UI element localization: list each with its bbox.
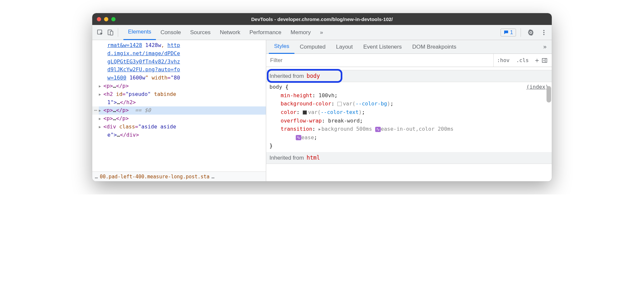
dom-tree[interactable]: rmat&w=1428 1428w, http d.imgix.net/imag… bbox=[92, 40, 266, 171]
dom-node-div-cont[interactable]: e">…</div> bbox=[92, 131, 266, 139]
svg-rect-2 bbox=[110, 31, 113, 35]
toolbar-divider bbox=[118, 28, 118, 37]
cls-toggle[interactable]: .cls bbox=[513, 57, 532, 63]
toolbar-right: 1 bbox=[501, 27, 549, 38]
dom-node-h2[interactable]: ▶ <h2 id="pseudo" tabinde bbox=[92, 90, 266, 99]
color-swatch-icon[interactable] bbox=[303, 110, 307, 115]
dom-text-line[interactable]: rmat&w=1428 1428w, http bbox=[92, 41, 266, 50]
breadcrumb[interactable]: … 00.pad-left-400.measure-long.post.sta … bbox=[92, 171, 266, 181]
issues-badge[interactable]: 1 bbox=[501, 29, 516, 36]
tab-computed[interactable]: Computed bbox=[294, 40, 331, 54]
dom-node-p[interactable]: ▶ <p>…</p> bbox=[92, 82, 266, 90]
css-property-cont[interactable]: ∿ease; bbox=[269, 133, 548, 142]
toolbar-divider bbox=[521, 28, 521, 37]
panel-tabs: Elements Console Sources Network Perform… bbox=[123, 25, 501, 40]
source-link[interactable]: (index) bbox=[526, 83, 548, 91]
filter-input[interactable] bbox=[266, 54, 494, 67]
inherited-from-row[interactable]: Inherited from html bbox=[266, 152, 552, 164]
chat-icon bbox=[504, 30, 509, 35]
close-window-button[interactable] bbox=[97, 17, 101, 21]
settings-gear-icon[interactable] bbox=[526, 27, 536, 38]
tab-styles[interactable]: Styles bbox=[269, 40, 294, 54]
svg-point-4 bbox=[543, 32, 545, 33]
svg-point-5 bbox=[543, 34, 545, 35]
issues-count: 1 bbox=[510, 30, 513, 35]
sidebar-tabs: Styles Computed Layout Event Listeners D… bbox=[266, 40, 552, 54]
expand-triangle-icon[interactable]: ▶ bbox=[99, 92, 101, 97]
expand-triangle-icon[interactable]: ▶ bbox=[99, 83, 101, 89]
css-property[interactable]: min-height: 100vh; bbox=[269, 91, 548, 100]
expand-triangle-icon[interactable]: ▶ bbox=[99, 124, 101, 130]
dom-node-p[interactable]: ▶ <p>…</p> bbox=[92, 115, 266, 123]
panel-toggle-icon[interactable] bbox=[542, 58, 552, 63]
inherited-element[interactable]: html bbox=[307, 153, 320, 162]
rule-close: } bbox=[269, 142, 548, 150]
expand-triangle-icon[interactable]: ▶ bbox=[99, 116, 101, 122]
device-toolbar-icon[interactable] bbox=[105, 27, 116, 38]
tab-dom-breakpoints[interactable]: DOM Breakpoints bbox=[407, 40, 462, 54]
dom-node-h2-cont[interactable]: 1">…</h2> bbox=[92, 99, 266, 107]
css-selector[interactable]: body bbox=[269, 84, 282, 90]
inherited-label: Inherited from bbox=[269, 72, 304, 80]
tab-sources[interactable]: Sources bbox=[185, 25, 215, 40]
inspect-element-icon[interactable] bbox=[95, 27, 105, 38]
content-area: rmat&w=1428 1428w, http d.imgix.net/imag… bbox=[92, 40, 552, 181]
styles-pane: Styles Computed Layout Event Listeners D… bbox=[266, 40, 552, 181]
tab-elements[interactable]: Elements bbox=[123, 25, 156, 40]
gutter-dots-icon[interactable]: ⋯ bbox=[92, 106, 99, 115]
dom-text-line[interactable]: d9lJKcYw2FU.png?auto=fo bbox=[92, 66, 266, 74]
tab-console[interactable]: Console bbox=[156, 25, 185, 40]
styles-body: Inherited from body body { (index) min-h… bbox=[266, 67, 552, 181]
hov-toggle[interactable]: :hov bbox=[494, 57, 513, 63]
kebab-menu-icon[interactable] bbox=[539, 27, 549, 38]
tab-memory[interactable]: Memory bbox=[286, 25, 315, 40]
dom-text-line[interactable]: gLQPGtEG3y0fTn4v82/3vhz bbox=[92, 58, 266, 66]
main-toolbar: Elements Console Sources Network Perform… bbox=[92, 25, 552, 40]
new-rule-plus-icon[interactable]: ＋ bbox=[532, 56, 542, 65]
dom-node-selected[interactable]: ⋯ ▶ <p>…</p> == $0 bbox=[92, 106, 266, 115]
crumb-item[interactable]: 00.pad-left-400.measure-long.post.sta bbox=[100, 174, 209, 180]
css-property[interactable]: color: var(--color-text); bbox=[269, 108, 548, 117]
spacer bbox=[266, 67, 552, 70]
tab-layout[interactable]: Layout bbox=[331, 40, 358, 54]
css-rule[interactable]: body { (index) min-height: 100vh; backgr… bbox=[266, 82, 552, 151]
subtabs-overflow[interactable]: » bbox=[541, 43, 549, 50]
easing-icon[interactable]: ∿ bbox=[296, 135, 301, 140]
color-swatch-icon[interactable] bbox=[337, 102, 342, 106]
dom-node-div[interactable]: ▶ <div class="aside aside bbox=[92, 123, 266, 131]
tab-performance[interactable]: Performance bbox=[245, 25, 286, 40]
scrollbar-thumb[interactable] bbox=[547, 86, 551, 102]
tab-event-listeners[interactable]: Event Listeners bbox=[358, 40, 407, 54]
styles-filter-bar: :hov .cls ＋ bbox=[266, 54, 552, 67]
titlebar: DevTools - developer.chrome.com/blog/new… bbox=[92, 13, 552, 25]
css-property[interactable]: background-color: var(--color-bg); bbox=[269, 100, 548, 108]
css-property[interactable]: transition: ▶background 500ms ∿ease-in-o… bbox=[269, 125, 548, 133]
maximize-window-button[interactable] bbox=[111, 17, 116, 21]
tabs-overflow[interactable]: » bbox=[315, 25, 328, 40]
dom-text-line[interactable]: w=1600 1600w" width="80 bbox=[92, 74, 266, 82]
svg-point-3 bbox=[543, 30, 545, 31]
window-title: DevTools - developer.chrome.com/blog/new… bbox=[92, 16, 552, 22]
inherited-label: Inherited from bbox=[269, 153, 304, 162]
inherited-element[interactable]: body bbox=[307, 72, 320, 80]
devtools-window: DevTools - developer.chrome.com/blog/new… bbox=[92, 13, 552, 181]
crumb-overflow-left[interactable]: … bbox=[95, 174, 98, 180]
expand-triangle-icon[interactable]: ▶ bbox=[319, 126, 321, 132]
elements-pane: rmat&w=1428 1428w, http d.imgix.net/imag… bbox=[92, 40, 266, 181]
inherited-from-row[interactable]: Inherited from body bbox=[266, 70, 552, 82]
tab-network[interactable]: Network bbox=[215, 25, 245, 40]
minimize-window-button[interactable] bbox=[104, 17, 108, 21]
dom-text-line[interactable]: d.imgix.net/image/dPDCe bbox=[92, 50, 266, 58]
css-property[interactable]: overflow-wrap: break-word; bbox=[269, 117, 548, 125]
svg-rect-6 bbox=[542, 58, 547, 62]
easing-icon[interactable]: ∿ bbox=[375, 127, 381, 132]
window-controls bbox=[97, 17, 116, 21]
expand-triangle-icon[interactable]: ▶ bbox=[99, 108, 101, 113]
crumb-overflow-right[interactable]: … bbox=[211, 174, 214, 180]
